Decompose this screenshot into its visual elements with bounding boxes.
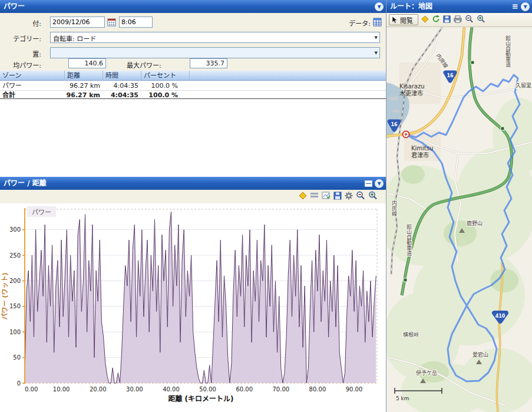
svg-text:距離 (キロメートル): 距離 (キロメートル) — [168, 394, 233, 403]
highlight-diamond-icon[interactable] — [421, 15, 429, 25]
zoom-in-icon[interactable] — [477, 15, 485, 25]
browse-button-label: 閲覧 — [400, 15, 413, 25]
percent-cell: 100.0 % — [141, 91, 178, 100]
power-panel-collapse-button[interactable]: ▼ — [375, 2, 384, 11]
chart-canvas: 0501001502002503000.0010.0020.0030.0040.… — [0, 203, 386, 412]
svg-text:50.00: 50.00 — [199, 386, 216, 393]
svg-text:20.00: 20.00 — [90, 386, 107, 393]
svg-text:150: 150 — [9, 303, 21, 309]
svg-text:16: 16 — [447, 73, 454, 78]
browse-mode-button[interactable]: 閲覧 — [389, 14, 418, 25]
scale-label: 5 km — [396, 395, 409, 401]
place-label: 伊予ケ岳 — [416, 370, 437, 376]
power-distance-chart: パワー 0501001502002503000.0010.0020.0030.0… — [0, 203, 386, 412]
place-label: Kimitsu — [411, 145, 433, 151]
zoom-out-icon[interactable] — [465, 15, 474, 25]
svg-text:50: 50 — [13, 354, 21, 361]
chevron-down-icon: ▼ — [375, 35, 378, 40]
time-input[interactable] — [119, 17, 153, 28]
avg-power-label: 均パワー: — [0, 60, 41, 70]
chart-panel-collapse-button[interactable]: ▼ — [375, 179, 384, 188]
data-label: データ: — [349, 18, 371, 28]
svg-text:0.00: 0.00 — [25, 386, 38, 393]
max-power-value: 335.7 — [190, 58, 227, 68]
split-view-icon[interactable] — [365, 180, 372, 187]
expressway-label: 館山自動車道 — [406, 223, 412, 256]
zone-table: ゾーン 距離 時間 パーセント パワー 96.27 km 4:04:35 100… — [0, 71, 386, 177]
zone-cell: 合計 — [2, 91, 15, 100]
chart-legend: パワー — [27, 206, 56, 217]
col-header-percent[interactable]: パーセント — [141, 71, 190, 81]
percent-cell: 100.0 % — [141, 81, 178, 90]
place-label: 愛宕山 — [472, 351, 488, 358]
map-toolbar: 閲覧 — [386, 13, 532, 27]
power-panel-title: パワー — [4, 2, 25, 11]
chevron-down-icon: ▼ — [375, 51, 378, 55]
power-panel: パワー ▼ 付: データ: テゴリー: 自転車: ロード ▼ 置: ▼ 均パワー — [0, 0, 386, 177]
power-panel-titlebar: パワー ▼ — [0, 0, 386, 13]
svg-text:80.00: 80.00 — [309, 386, 326, 393]
date-input[interactable] — [50, 17, 105, 28]
map-panel-titlebar: ルート：地図 ≡ ▼ — [386, 0, 532, 13]
table-row[interactable]: パワー 96.27 km 4:04:35 100.0 % — [0, 81, 386, 90]
category-combobox[interactable]: 自転車: ロード ▼ — [50, 32, 380, 43]
refresh-icon[interactable] — [432, 15, 440, 25]
svg-text:0: 0 — [17, 380, 21, 387]
col-header-time[interactable]: 時間 — [103, 71, 141, 81]
col-header-zone[interactable]: ゾーン — [0, 71, 65, 81]
category-value: 自転車: ロード — [53, 35, 96, 43]
svg-text:410: 410 — [495, 314, 505, 319]
category-label: テゴリー: — [0, 34, 41, 43]
svg-text:300: 300 — [9, 226, 21, 233]
max-power-label: 最大パワー: — [127, 60, 161, 70]
cursor-icon — [392, 17, 398, 24]
route-map-panel: ルート：地図 ≡ ▼ 閲覧 — [386, 0, 532, 412]
training-app-window: パワー ▼ 付: データ: テゴリー: 自転車: ロード ▼ 置: ▼ 均パワー — [0, 0, 532, 412]
table-row-total[interactable]: 合計 96.27 km 4:04:35 100.0 % — [0, 90, 386, 99]
menu-icon[interactable]: ≡ — [512, 0, 518, 13]
zoom-in-icon[interactable] — [368, 191, 378, 202]
save-icon[interactable] — [443, 15, 451, 25]
chart-panel-titlebar: パワー / 距離 ▼ — [0, 177, 386, 190]
svg-text:30.00: 30.00 — [126, 386, 143, 393]
map-panel-title: ルート：地図 — [390, 2, 432, 11]
graph-options-icon[interactable] — [322, 192, 331, 202]
time-cell: 4:04:35 — [103, 81, 138, 90]
zoom-out-icon[interactable] — [356, 191, 365, 202]
svg-text:60.00: 60.00 — [236, 386, 253, 393]
col-header-distance[interactable]: 距離 — [65, 71, 103, 81]
place-label: 木更津市 — [399, 90, 423, 97]
distance-cell: 96.27 km — [65, 81, 100, 90]
svg-text:16: 16 — [391, 122, 398, 127]
svg-text:250: 250 — [9, 252, 21, 259]
route-start-marker — [403, 131, 409, 138]
map-panel-collapse-button[interactable]: ▼ — [521, 2, 530, 11]
avg-power-value: 140.6 — [68, 58, 106, 68]
location-label: 置: — [0, 49, 41, 58]
place-label: 久留里 — [516, 82, 531, 88]
svg-text:10.00: 10.00 — [53, 386, 70, 393]
save-icon[interactable] — [333, 192, 342, 202]
svg-text:90.00: 90.00 — [346, 386, 363, 393]
chart-panel: パワー / 距離 ▼ パワー 0501001502002503000.0010.… — [0, 177, 386, 412]
chart-toolbar — [0, 189, 386, 203]
svg-text:200: 200 — [9, 278, 21, 284]
svg-text:40.00: 40.00 — [163, 386, 180, 393]
svg-text:パワー (ワット): パワー (ワット) — [1, 273, 9, 320]
distance-cell: 96.27 km — [65, 91, 100, 100]
zone-table-header[interactable]: ゾーン 距離 時間 パーセント — [0, 71, 386, 81]
calendar-icon[interactable] — [106, 17, 117, 27]
place-label: 君津市 — [411, 151, 429, 159]
zone-cell: パワー — [2, 81, 22, 90]
date-label: 付: — [0, 18, 41, 28]
railway-label: 内房線 — [391, 200, 397, 216]
highlight-diamond-icon[interactable] — [299, 192, 307, 202]
svg-text:100: 100 — [9, 329, 21, 335]
report-view-icon[interactable] — [310, 192, 319, 202]
print-icon[interactable] — [454, 15, 462, 25]
data-grid-icon[interactable] — [372, 17, 382, 27]
svg-text:70.00: 70.00 — [272, 386, 289, 393]
map-canvas[interactable]: 16 16 410 Kisarazu 木更津市 Kimitsu 君津市 久留里 — [386, 27, 532, 412]
settings-gear-icon[interactable] — [345, 192, 353, 202]
location-combobox[interactable]: ▼ — [50, 47, 380, 58]
